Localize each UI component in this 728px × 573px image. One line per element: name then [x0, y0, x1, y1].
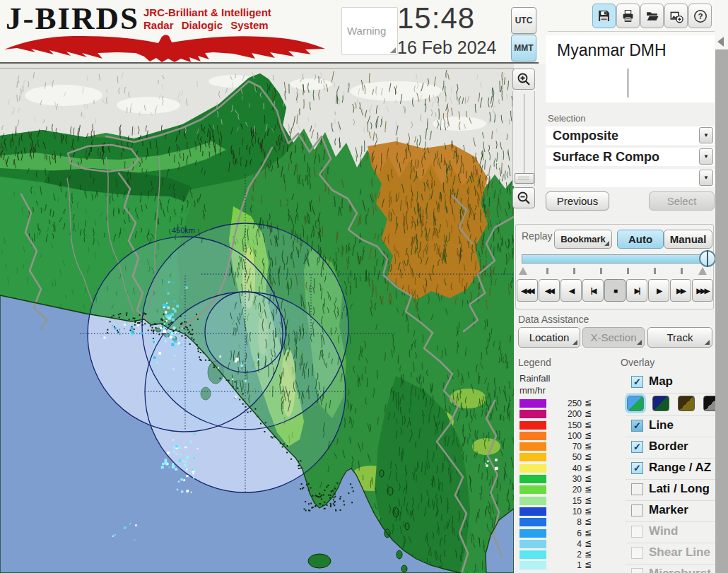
save-button[interactable]: [592, 4, 616, 28]
warning-panel[interactable]: Warning: [341, 7, 398, 55]
checkbox-line[interactable]: ✓: [631, 420, 643, 432]
legend-color-swatch: [519, 442, 546, 451]
auto-mode-button[interactable]: Auto: [617, 230, 664, 249]
dropdown-product-type-value: Composite: [553, 126, 618, 145]
legend-threshold-value: 6: [549, 528, 582, 538]
legend-color-swatch: [519, 561, 546, 569]
play-button[interactable]: ▶: [648, 279, 669, 302]
legend-lte-symbol: ≦: [585, 549, 592, 559]
replay-range-start-marker[interactable]: [519, 267, 527, 275]
help-icon: ?: [693, 9, 708, 23]
station-info-box[interactable]: Myanmar DMH: [546, 35, 715, 102]
dropdown-product-type[interactable]: Composite ▼: [546, 126, 715, 145]
overlay-row-microburst: Microburst: [626, 564, 715, 573]
checkbox-lati-long[interactable]: [631, 483, 643, 495]
play-reverse-button[interactable]: ◀: [560, 279, 582, 302]
checkbox-border[interactable]: ✓: [631, 441, 643, 453]
svg-text:?: ?: [698, 12, 703, 20]
replay-tick: [600, 268, 602, 274]
dropdown-product-option[interactable]: ▼: [546, 169, 715, 187]
overlay-label-text: Map: [649, 374, 673, 389]
replay-range-end-marker[interactable]: [698, 267, 707, 275]
timezone-utc-button[interactable]: UTC: [511, 7, 536, 34]
legend-threshold-value: 8: [549, 517, 582, 527]
legend-lte-symbol: ≦: [585, 560, 592, 569]
forward-fastest-button[interactable]: ▶▶▶: [692, 279, 713, 302]
legend-lte-symbol: ≦: [585, 430, 592, 440]
dropdown-product-name[interactable]: Surface R Compo ▼: [546, 148, 715, 166]
timezone-mmt-button[interactable]: MMT: [511, 35, 536, 61]
chevron-down-icon[interactable]: ▼: [699, 127, 713, 143]
legend-lte-symbol: ≦: [585, 408, 592, 418]
track-button[interactable]: Track: [647, 327, 712, 348]
checkbox-map[interactable]: ✓: [631, 376, 643, 388]
add-image-button[interactable]: [664, 4, 688, 28]
step-forward-button[interactable]: ▶|: [626, 279, 647, 302]
rewind-fastest-button[interactable]: ◀◀◀: [517, 279, 538, 302]
overlay-row-line: ✓Line: [626, 415, 715, 437]
manual-mode-button[interactable]: Manual: [664, 230, 712, 249]
open-folder-button[interactable]: [640, 4, 664, 28]
add-image-icon: [669, 9, 683, 23]
help-button[interactable]: ?: [688, 4, 712, 28]
overlay-label-text: Border: [649, 439, 688, 454]
legend-lte-symbol: ≦: [585, 506, 592, 516]
map-zoom-out-button[interactable]: [512, 187, 535, 208]
legend-lte-symbol: ≦: [585, 441, 592, 451]
legend-lte-symbol: ≦: [585, 516, 592, 526]
location-button[interactable]: Location: [518, 327, 580, 348]
chevron-down-icon[interactable]: ▼: [699, 148, 713, 165]
map-style-swatch-3[interactable]: [678, 396, 695, 411]
legend-threshold-value: 20: [549, 485, 582, 495]
collapse-panel-icon[interactable]: [717, 37, 724, 47]
checkbox-range-az[interactable]: ✓: [631, 462, 643, 474]
print-icon: [621, 9, 635, 23]
legend-color-swatch: [519, 550, 546, 559]
legend-threshold-value: 10: [549, 507, 582, 516]
step-back-button[interactable]: |◀: [582, 279, 604, 302]
panel-edge-strip: [715, 0, 728, 573]
map-zoom-slider[interactable]: [512, 91, 535, 186]
legend-lte-symbol: ≦: [585, 538, 592, 548]
previous-button[interactable]: Previous: [546, 191, 609, 211]
rewind-fast-button[interactable]: ◀◀: [539, 279, 560, 302]
map-style-swatch-2[interactable]: [652, 396, 669, 411]
print-button[interactable]: [616, 4, 640, 28]
replay-tick: [573, 268, 575, 274]
map-style-swatches: [626, 393, 715, 415]
stop-button[interactable]: ■: [604, 279, 626, 302]
save-icon: [597, 9, 611, 23]
legend-section-label: Legend: [518, 357, 551, 368]
overlay-label-text: Microburst: [649, 567, 711, 573]
legend-threshold-value: 1: [549, 560, 582, 570]
select-button[interactable]: Select: [649, 191, 715, 211]
zoom-slider-handle[interactable]: [515, 173, 534, 184]
map-zoom-in-button[interactable]: [512, 69, 535, 90]
overlay-row-border: ✓Border: [626, 437, 715, 458]
forward-fast-button[interactable]: ▶▶: [670, 279, 691, 302]
text-caret: [628, 69, 628, 98]
checkbox-marker[interactable]: [631, 504, 643, 516]
legend-color-swatch: [519, 485, 546, 494]
overlay-label-text: Lati / Long: [649, 482, 710, 496]
x-section-button[interactable]: X-Section: [582, 327, 645, 348]
legend-lte-symbol: ≦: [585, 398, 592, 408]
map-style-swatch-1[interactable]: [627, 396, 644, 411]
legend-lte-symbol: ≦: [585, 420, 592, 430]
legend-threshold-value: 40: [549, 463, 582, 473]
overlay-label-text: Range / AZ: [649, 461, 711, 475]
bookmark-button[interactable]: Bookmark: [554, 230, 612, 249]
replay-label: Replay: [522, 230, 553, 242]
replay-progress-fill: [522, 255, 709, 263]
bookmark-button-label: Bookmark: [560, 234, 606, 244]
replay-progress-track[interactable]: [522, 254, 710, 264]
legend-color-swatch: [519, 453, 546, 461]
clock-date: 16 Feb 2024: [397, 37, 496, 58]
radar-map[interactable]: 450km: [0, 69, 514, 573]
replay-slider-handle[interactable]: [699, 250, 716, 267]
chevron-down-icon[interactable]: ▼: [699, 170, 713, 186]
legend-lte-symbol: ≦: [585, 463, 592, 473]
overlay-section-label: Overlay: [621, 357, 654, 368]
overlay-label-text: Marker: [649, 503, 688, 517]
legend-threshold-value: 70: [549, 442, 582, 451]
